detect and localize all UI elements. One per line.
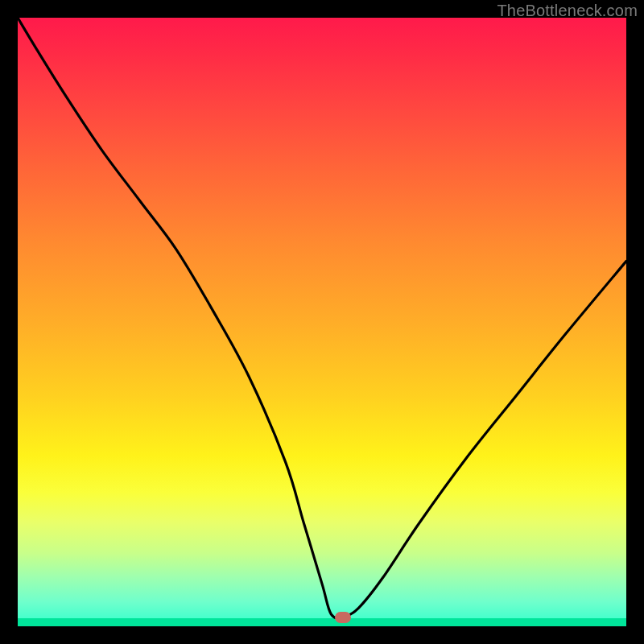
chart-frame: TheBottleneck.com — [0, 0, 644, 644]
bottleneck-curve — [18, 18, 626, 626]
watermark-text: TheBottleneck.com — [497, 2, 638, 20]
plot-area — [18, 18, 626, 626]
optimal-marker — [335, 612, 351, 623]
